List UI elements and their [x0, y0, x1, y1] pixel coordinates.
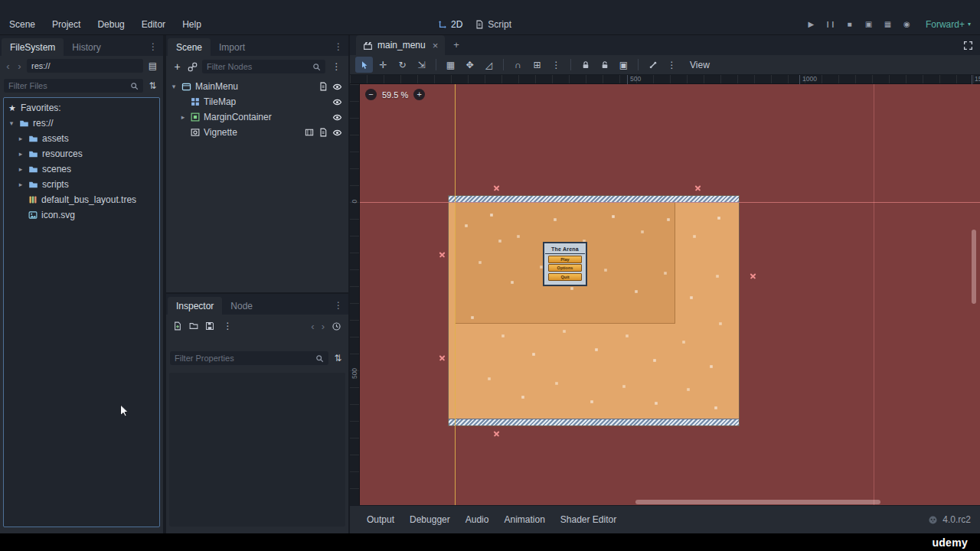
tree-item-assets[interactable]: ▸ assets — [4, 131, 159, 146]
vertical-ruler[interactable]: 0 500 — [350, 84, 360, 505]
skeleton-options-button[interactable] — [644, 57, 662, 73]
node-vignette[interactable]: Vignette — [166, 125, 348, 140]
tree-item-default-bus-layout[interactable]: default_bus_layout.tres — [4, 192, 159, 207]
2d-canvas[interactable]: The Arena Play Options Quit − 59.5 % + — [360, 84, 980, 505]
lock-node-button[interactable] — [577, 57, 594, 73]
select-tool[interactable] — [355, 57, 373, 73]
tree-item-scenes[interactable]: ▸ scenes — [4, 161, 159, 177]
selection-handle[interactable] — [439, 251, 446, 258]
ruler-tool[interactable]: ◿ — [480, 57, 498, 73]
node-tilemap[interactable]: TileMap — [166, 94, 348, 109]
close-tab-icon[interactable]: × — [433, 40, 439, 51]
game-viewport-preview[interactable]: The Arena Play Options Quit — [448, 195, 740, 426]
node-margin-container[interactable]: ▸ MarginContainer — [166, 109, 348, 125]
dock-menu-icon[interactable]: ⋮ — [334, 39, 343, 52]
tree-item-resources[interactable]: ▸ resources — [4, 146, 159, 161]
movie-maker-toggle[interactable]: ◉ — [900, 20, 913, 28]
rotate-tool[interactable]: ↻ — [394, 57, 411, 73]
selection-handle[interactable] — [439, 354, 446, 361]
expand-caret-icon[interactable]: ▸ — [17, 165, 24, 173]
play-button[interactable]: ▶ — [805, 20, 818, 28]
list-select-tool[interactable]: ▦ — [442, 57, 459, 73]
panel-output-button[interactable]: Output — [359, 514, 402, 525]
selection-handle[interactable] — [694, 184, 701, 191]
save-resource-button[interactable] — [205, 321, 214, 331]
load-resource-button[interactable] — [189, 321, 198, 331]
current-path-field[interactable] — [27, 59, 143, 73]
vertical-guide-line[interactable] — [455, 84, 456, 505]
tab-inspector[interactable]: Inspector — [168, 297, 222, 315]
skeleton-options-menu[interactable]: ⋮ — [663, 57, 681, 73]
sort-files-icon[interactable]: ⇅ — [146, 80, 159, 91]
zoom-level[interactable]: 59.5 % — [382, 90, 408, 99]
tab-node[interactable]: Node — [222, 297, 261, 315]
node-main-menu[interactable]: ▾ MainMenu — [166, 79, 348, 94]
panel-debugger-button[interactable]: Debugger — [402, 514, 458, 525]
stop-button[interactable]: ■ — [843, 20, 856, 28]
menu-editor[interactable]: Editor — [142, 19, 165, 30]
tree-item-res-root[interactable]: ▾ res:// — [4, 116, 159, 131]
view-menu-button[interactable]: View — [682, 60, 717, 70]
group-node-button[interactable]: ▣ — [615, 57, 632, 73]
filter-files-input[interactable] — [8, 81, 127, 90]
menu-help[interactable]: Help — [182, 19, 201, 30]
scale-tool[interactable]: ⇲ — [413, 57, 430, 73]
collapse-caret-icon[interactable]: ▾ — [8, 119, 15, 127]
horizontal-ruler[interactable]: 500 1000 1500 — [350, 75, 980, 84]
menu-debug[interactable]: Debug — [97, 19, 124, 30]
pan-tool[interactable]: ✥ — [461, 57, 479, 73]
attached-script-button[interactable] — [318, 82, 328, 91]
collapse-caret-icon[interactable]: ▾ — [170, 83, 178, 90]
play-custom-scene-button[interactable]: ▦ — [881, 20, 894, 28]
distraction-free-button[interactable] — [963, 41, 973, 51]
dock-menu-icon[interactable]: ⋮ — [334, 298, 343, 311]
inspector-back-button[interactable]: ‹ — [311, 321, 314, 332]
visibility-toggle[interactable] — [332, 97, 342, 107]
new-scene-tab-button[interactable]: + — [453, 39, 459, 51]
new-resource-button[interactable] — [173, 321, 182, 331]
visibility-toggle[interactable] — [332, 128, 342, 138]
tab-scene[interactable]: Scene — [168, 38, 211, 56]
panel-audio-button[interactable]: Audio — [458, 514, 497, 525]
toggle-split-mode-icon[interactable]: ▤ — [146, 60, 159, 71]
pause-button[interactable]: ❙❙ — [824, 21, 837, 28]
inspector-history-button[interactable] — [332, 321, 341, 331]
unlock-node-button[interactable] — [596, 57, 613, 73]
instance-child-scene-button[interactable] — [188, 62, 198, 72]
menu-scene[interactable]: Scene — [9, 19, 35, 30]
tab-history[interactable]: History — [64, 38, 109, 56]
zoom-out-button[interactable]: − — [365, 89, 377, 100]
visibility-toggle[interactable] — [332, 82, 342, 92]
zoom-in-button[interactable]: + — [413, 89, 425, 100]
filter-nodes-input[interactable] — [207, 62, 309, 71]
scene-tree[interactable]: ▾ MainMenu TileMap — [166, 77, 348, 140]
visibility-toggle[interactable] — [332, 112, 342, 122]
expand-caret-icon[interactable]: ▸ — [17, 181, 24, 188]
history-forward-button[interactable]: › — [15, 60, 24, 72]
selection-handle[interactable] — [493, 184, 500, 191]
tree-item-scripts[interactable]: ▸ scripts — [4, 177, 159, 192]
history-back-button[interactable]: ‹ — [4, 60, 12, 72]
vertical-scrollbar[interactable] — [972, 230, 976, 304]
move-tool[interactable]: ✛ — [374, 57, 392, 73]
dock-menu-icon[interactable]: ⋮ — [149, 39, 158, 52]
renderer-select[interactable]: Forward+ ▾ — [926, 19, 971, 30]
grid-snap-toggle[interactable]: ⊞ — [528, 57, 546, 73]
smart-snap-toggle[interactable]: ∩ — [509, 57, 527, 73]
resource-menu-icon[interactable]: ⋮ — [221, 321, 234, 331]
selection-handle[interactable] — [750, 272, 756, 279]
panel-shader-editor-button[interactable]: Shader Editor — [553, 514, 624, 525]
inspector-forward-button[interactable]: › — [322, 321, 325, 332]
scene-tab-main-menu[interactable]: main_menu × — [356, 35, 445, 55]
add-node-button[interactable]: + — [172, 60, 183, 73]
play-scene-button[interactable]: ▣ — [862, 20, 875, 28]
scene-tree-menu-icon[interactable]: ⋮ — [330, 61, 343, 72]
tab-filesystem[interactable]: FileSystem — [2, 38, 64, 56]
horizontal-scrollbar[interactable] — [635, 500, 880, 504]
attached-script-button[interactable] — [318, 128, 328, 137]
sort-properties-icon[interactable]: ⇅ — [332, 353, 345, 364]
open-instanced-scene-button[interactable] — [305, 128, 314, 137]
expand-caret-icon[interactable]: ▸ — [179, 113, 187, 121]
tab-script-mode[interactable]: Script — [475, 19, 511, 30]
tab-2d-mode[interactable]: 2D — [438, 19, 462, 30]
